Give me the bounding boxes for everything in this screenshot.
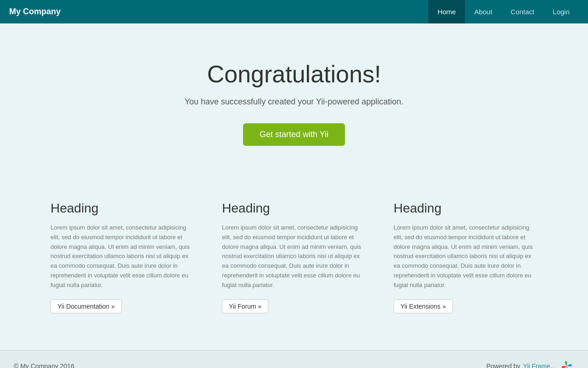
nav-about[interactable]: About bbox=[465, 0, 501, 23]
hero-subtitle: You have successfully created your Yii-p… bbox=[9, 97, 579, 107]
hero-title: Congratulations! bbox=[9, 60, 579, 88]
nav-home[interactable]: Home bbox=[428, 0, 465, 23]
footer-powered-by: Powered by Yii Frame… bbox=[486, 359, 574, 368]
card-3-text: Lorem ipsum dolor sit amet, consectetur … bbox=[394, 223, 537, 290]
card-1-link[interactable]: Yii Documentation » bbox=[51, 299, 122, 313]
footer-powered-text: Powered by bbox=[486, 362, 520, 368]
navbar: My Company Home About Contact Login bbox=[0, 0, 588, 23]
card-1: Heading Lorem ipsum dolor sit amet, cons… bbox=[37, 192, 208, 322]
card-2-link[interactable]: Yii Forum » bbox=[222, 299, 268, 313]
footer-yii-link[interactable]: Yii Frame… bbox=[523, 362, 557, 368]
hero-section: Congratulations! You have successfully c… bbox=[0, 23, 588, 173]
brand-logo: My Company bbox=[9, 7, 428, 17]
card-2-text: Lorem ipsum dolor sit amet, consectetur … bbox=[222, 223, 366, 290]
footer-copyright: © My Company 2016 bbox=[14, 362, 74, 368]
card-2-heading: Heading bbox=[222, 201, 366, 216]
nav-login[interactable]: Login bbox=[543, 0, 579, 23]
get-started-button[interactable]: Get started with Yii bbox=[243, 123, 345, 146]
card-2: Heading Lorem ipsum dolor sit amet, cons… bbox=[208, 192, 379, 322]
nav-contact[interactable]: Contact bbox=[502, 0, 544, 23]
card-3: Heading Lorem ipsum dolor sit amet, cons… bbox=[380, 192, 551, 322]
card-3-link[interactable]: Yii Extensions » bbox=[394, 299, 453, 313]
cards-section: Heading Lorem ipsum dolor sit amet, cons… bbox=[18, 173, 570, 350]
footer: © My Company 2016 Powered by Yii Frame… bbox=[0, 350, 588, 368]
card-1-text: Lorem ipsum dolor sit amet, consectetur … bbox=[51, 223, 194, 290]
nav-links: Home About Contact Login bbox=[428, 0, 579, 23]
yii-logo-icon bbox=[560, 359, 574, 368]
card-3-heading: Heading bbox=[394, 201, 537, 216]
card-1-heading: Heading bbox=[51, 201, 194, 216]
